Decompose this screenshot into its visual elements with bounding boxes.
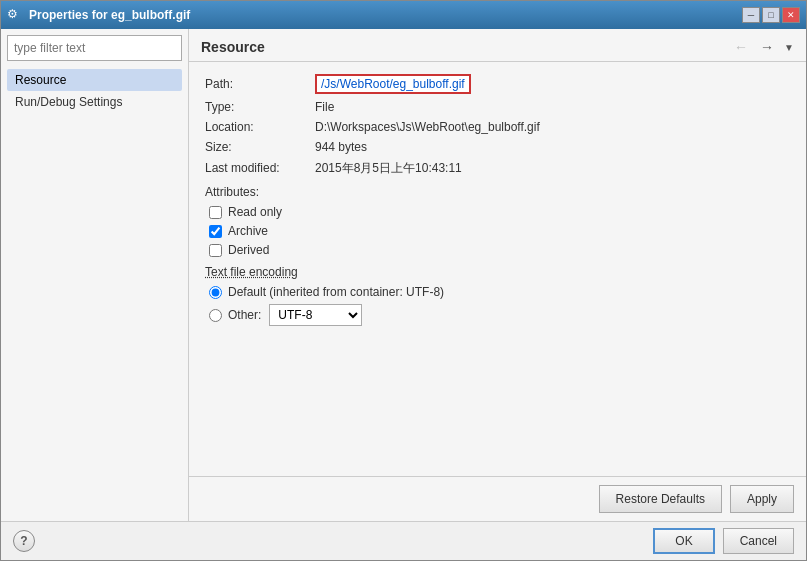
main-panel: Resource ← → ▼ Path: /Js/WebRoot/eg_bulb… [189, 29, 806, 521]
minimize-button[interactable]: ─ [742, 7, 760, 23]
nav-dropdown-icon[interactable]: ▼ [784, 42, 794, 53]
archive-checkbox[interactable] [209, 225, 222, 238]
sidebar-item-run-debug[interactable]: Run/Debug Settings [7, 91, 182, 113]
archive-row: Archive [205, 224, 790, 238]
type-row: Type: File [205, 100, 790, 114]
title-bar: ⚙ Properties for eg_bulboff.gif ─ □ ✕ [1, 1, 806, 29]
content-area: Resource Run/Debug Settings Resource ← →… [1, 29, 806, 521]
apply-button[interactable]: Apply [730, 485, 794, 513]
encoding-title: Text file encoding [205, 265, 790, 279]
ok-button[interactable]: OK [653, 528, 714, 554]
filter-input[interactable] [7, 35, 182, 61]
bottom-buttons: Restore Defaults Apply [189, 476, 806, 521]
main-content: Path: /Js/WebRoot/eg_bulboff.gif Type: F… [189, 62, 806, 476]
window-title: Properties for eg_bulboff.gif [29, 8, 742, 22]
archive-label: Archive [228, 224, 268, 238]
read-only-label: Read only [228, 205, 282, 219]
default-encoding-label: Default (inherited from container: UTF-8… [228, 285, 444, 299]
attributes-label: Attributes: [205, 185, 790, 199]
derived-row: Derived [205, 243, 790, 257]
size-label: Size: [205, 140, 315, 154]
read-only-checkbox[interactable] [209, 206, 222, 219]
ok-cancel-buttons: OK Cancel [653, 528, 794, 554]
page-title: Resource [201, 39, 265, 55]
type-value: File [315, 100, 334, 114]
window-controls: ─ □ ✕ [742, 7, 800, 23]
forward-button[interactable]: → [756, 37, 778, 57]
main-header: Resource ← → ▼ [189, 29, 806, 62]
last-modified-label: Last modified: [205, 161, 315, 175]
sidebar-item-resource[interactable]: Resource [7, 69, 182, 91]
location-value: D:\Workspaces\Js\WebRoot\eg_bulboff.gif [315, 120, 540, 134]
back-button[interactable]: ← [730, 37, 752, 57]
properties-dialog: ⚙ Properties for eg_bulboff.gif ─ □ ✕ Re… [0, 0, 807, 561]
other-encoding-radio[interactable] [209, 309, 222, 322]
close-button[interactable]: ✕ [782, 7, 800, 23]
maximize-button[interactable]: □ [762, 7, 780, 23]
restore-defaults-button[interactable]: Restore Defaults [599, 485, 722, 513]
other-encoding-label: Other: [228, 308, 261, 322]
type-label: Type: [205, 100, 315, 114]
size-row: Size: 944 bytes [205, 140, 790, 154]
size-value: 944 bytes [315, 140, 367, 154]
path-label: Path: [205, 77, 315, 91]
location-row: Location: D:\Workspaces\Js\WebRoot\eg_bu… [205, 120, 790, 134]
encoding-section: Text file encoding Default (inherited fr… [205, 265, 790, 326]
location-label: Location: [205, 120, 315, 134]
derived-label: Derived [228, 243, 269, 257]
default-encoding-row: Default (inherited from container: UTF-8… [205, 285, 790, 299]
cancel-button[interactable]: Cancel [723, 528, 794, 554]
derived-checkbox[interactable] [209, 244, 222, 257]
last-modified-row: Last modified: 2015年8月5日上午10:43:11 [205, 160, 790, 177]
sidebar: Resource Run/Debug Settings [1, 29, 189, 521]
path-value[interactable]: /Js/WebRoot/eg_bulboff.gif [315, 74, 471, 94]
other-encoding-row: Other: UTF-8 UTF-16 ISO-8859-1 [205, 304, 790, 326]
default-encoding-radio[interactable] [209, 286, 222, 299]
path-row: Path: /Js/WebRoot/eg_bulboff.gif [205, 74, 790, 94]
last-modified-value: 2015年8月5日上午10:43:11 [315, 160, 462, 177]
read-only-row: Read only [205, 205, 790, 219]
nav-arrows: ← → ▼ [730, 37, 794, 57]
dialog-footer: ? OK Cancel [1, 521, 806, 560]
encoding-select[interactable]: UTF-8 UTF-16 ISO-8859-1 [269, 304, 362, 326]
help-button[interactable]: ? [13, 530, 35, 552]
window-icon: ⚙ [7, 7, 23, 23]
